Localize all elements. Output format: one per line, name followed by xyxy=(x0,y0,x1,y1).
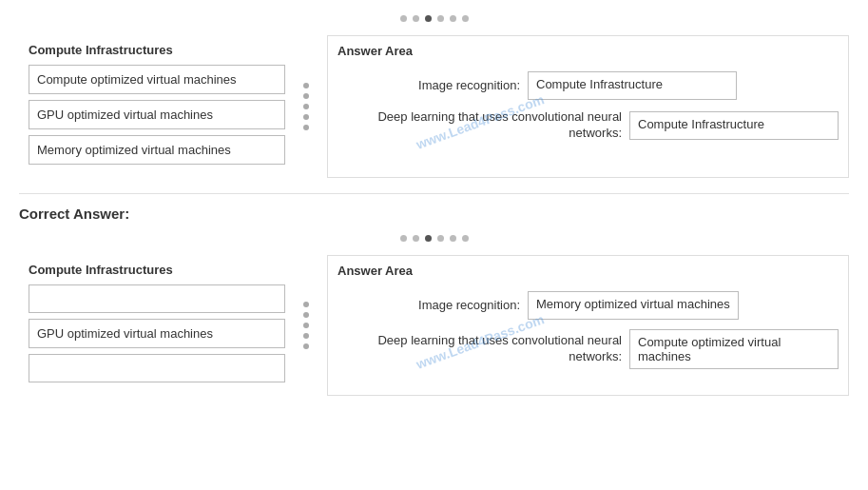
top-dots-row xyxy=(19,10,849,28)
section1-answer-box-2[interactable]: Compute Infrastructure xyxy=(629,111,839,140)
section1-answer-box-1[interactable]: Compute Infrastructure xyxy=(528,71,737,100)
side-dot-2 xyxy=(303,93,309,99)
section2-left-title: Compute Infrastructures xyxy=(29,263,285,277)
side-dot2-2 xyxy=(303,312,309,318)
side-dot2-4 xyxy=(303,333,309,339)
section1-answer-row-2: Deep learning that uses convolutional ne… xyxy=(338,109,839,142)
section1-item-1[interactable]: Compute optimized virtual machines xyxy=(29,65,285,94)
section2-answer-box-1[interactable]: Memory optimized virtual machines xyxy=(528,291,739,320)
side-dot-4 xyxy=(303,114,309,120)
section2-item-1[interactable] xyxy=(29,284,285,313)
section1-right-title: Answer Area xyxy=(338,44,839,58)
dot-6 xyxy=(462,15,469,22)
section1-item-3[interactable]: Memory optimized virtual machines xyxy=(29,135,285,165)
dot2-2 xyxy=(413,235,419,242)
section1-left-panel: Compute Infrastructures Compute optimize… xyxy=(19,35,295,178)
side-dot-5 xyxy=(303,125,309,130)
dot-1 xyxy=(400,15,407,22)
dot2-6 xyxy=(462,235,469,242)
section2-label-1: Image recognition: xyxy=(338,298,528,314)
dot-3 xyxy=(425,15,432,22)
section1-side-dots xyxy=(295,35,318,178)
section2-side-dots xyxy=(295,255,318,396)
section2-right-panel: www.Lead4Pass.com Answer Area Image reco… xyxy=(327,255,849,396)
page-container: Compute Infrastructures Compute optimize… xyxy=(0,0,868,417)
side-dot2-1 xyxy=(303,302,309,307)
dot-5 xyxy=(450,15,456,22)
section2-answer-row-2: Deep learning that uses convolutional ne… xyxy=(338,329,839,369)
side-dot2-5 xyxy=(303,343,309,349)
section2-left-panel: Compute Infrastructures GPU optimized vi… xyxy=(19,255,295,396)
section2-item-2[interactable]: GPU optimized virtual machines xyxy=(29,319,285,348)
section1-label-2: Deep learning that uses convolutional ne… xyxy=(338,109,629,142)
section2-right-title: Answer Area xyxy=(338,264,839,278)
section1-answer-row-1: Image recognition: Compute Infrastructur… xyxy=(338,71,839,100)
side-dot-3 xyxy=(303,104,309,109)
section-2: Compute Infrastructures GPU optimized vi… xyxy=(19,247,849,407)
side-dot-1 xyxy=(303,83,309,88)
section2-answer-box-2[interactable]: Compute optimized virtual machines xyxy=(629,329,839,369)
section-1: Compute Infrastructures Compute optimize… xyxy=(19,28,849,189)
side-dot2-3 xyxy=(303,323,309,328)
dot2-5 xyxy=(450,235,456,242)
dot2-3 xyxy=(425,235,432,242)
section1-left-title: Compute Infrastructures xyxy=(29,43,285,57)
section1-item-2[interactable]: GPU optimized virtual machines xyxy=(29,100,285,129)
dot-4 xyxy=(437,15,444,22)
dot2-4 xyxy=(437,235,444,242)
section2-label-2: Deep learning that uses convolutional ne… xyxy=(338,333,629,365)
correct-answer-label: Correct Answer: xyxy=(19,193,849,229)
section1-label-1: Image recognition: xyxy=(338,78,528,94)
section2-item-3[interactable] xyxy=(29,354,285,382)
bottom-dots-row xyxy=(19,229,849,247)
section2-answer-row-1: Image recognition: Memory optimized virt… xyxy=(338,291,839,320)
section1-right-panel: www.Lead4Pass.com Answer Area Image reco… xyxy=(327,35,849,178)
dot-2 xyxy=(413,15,419,22)
dot2-1 xyxy=(400,235,407,242)
